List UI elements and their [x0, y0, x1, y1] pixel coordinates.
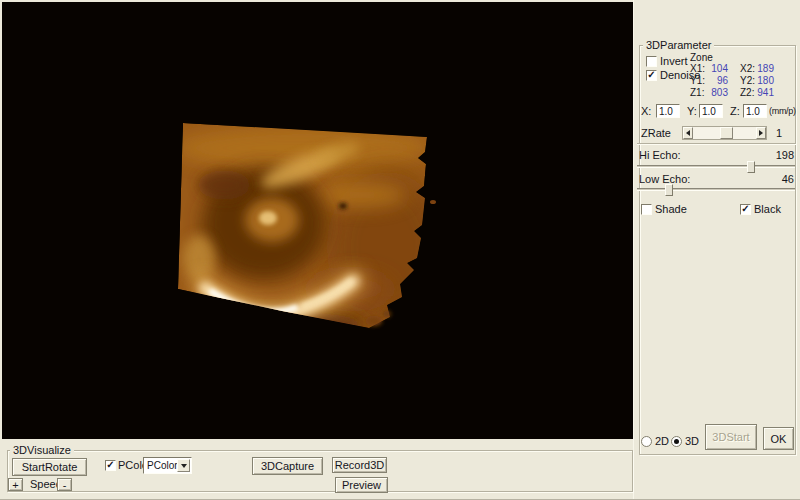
black-label[interactable]: Black	[754, 204, 781, 215]
zone-value: 941	[752, 87, 774, 98]
check-icon: ✓	[647, 70, 656, 79]
x-scale-input[interactable]	[656, 104, 680, 118]
speed-plus-button[interactable]: +	[8, 478, 23, 491]
visualize-groupbox-title: 3DVisualize	[10, 444, 74, 456]
mode-2d-label[interactable]: 2D	[655, 436, 669, 447]
zrate-scrollbar[interactable]	[682, 126, 767, 140]
hi-echo-slider-track[interactable]	[637, 165, 795, 168]
zone-label: Z1:	[690, 87, 704, 98]
capture-3d-button[interactable]: 3DCapture	[252, 457, 323, 475]
zone-label: X1:	[690, 63, 705, 74]
param-groupbox-title: 3DParameter	[643, 39, 714, 51]
shade-checkbox[interactable]: ✓	[641, 204, 652, 215]
scroll-right-button[interactable]	[756, 127, 766, 139]
zone-value: 803	[706, 87, 728, 98]
ok-button[interactable]: OK	[763, 427, 794, 450]
combo-dropdown-button[interactable]	[177, 459, 190, 472]
zone-value: 104	[706, 63, 728, 74]
low-echo-value: 46	[768, 174, 794, 185]
image-viewport	[2, 2, 633, 439]
zrate-value: 1	[776, 128, 782, 139]
scroll-left-button[interactable]	[683, 127, 693, 139]
zrate-scrollbar-thumb[interactable]	[720, 127, 733, 139]
check-icon: ✓	[741, 204, 750, 213]
hi-echo-slider-thumb[interactable]	[747, 161, 755, 173]
y-scale-label: Y:	[687, 106, 697, 117]
zrate-label: ZRate	[641, 128, 671, 139]
shade-label[interactable]: Shade	[655, 204, 687, 215]
application-window: 3DParameter ✓ Invert ✓ Denoise Zone X1: …	[0, 0, 800, 500]
y-scale-input[interactable]	[699, 104, 723, 118]
z-scale-input[interactable]	[743, 104, 767, 118]
invert-checkbox[interactable]: ✓	[646, 56, 657, 67]
pcolor-combobox[interactable]: PColor	[143, 457, 192, 474]
zone-value: 96	[706, 75, 728, 86]
mode-2d-radio[interactable]	[641, 436, 652, 447]
zone-label: Y1:	[690, 75, 705, 86]
speed-minus-button[interactable]: -	[57, 478, 72, 491]
low-echo-slider-thumb[interactable]	[665, 184, 673, 196]
arrow-right-icon	[759, 130, 766, 136]
low-echo-slider-track[interactable]	[637, 188, 795, 191]
zone-value: 180	[752, 75, 774, 86]
start-rotate-button[interactable]: StartRotate	[12, 458, 87, 476]
invert-label[interactable]: Invert	[660, 56, 688, 67]
zone-title: Zone	[690, 52, 713, 63]
denoise-checkbox[interactable]: ✓	[646, 70, 657, 81]
ultrasound-volume-image	[2, 2, 633, 439]
record-3d-button[interactable]: Record3D	[332, 457, 387, 473]
mode-3d-radio[interactable]	[671, 436, 682, 447]
mode-3d-label[interactable]: 3D	[685, 436, 699, 447]
pcolor-checkbox[interactable]: ✓	[105, 460, 116, 471]
check-icon: ✓	[106, 460, 115, 469]
pcolor-combo-value: PColor	[147, 460, 178, 471]
x-scale-label: X:	[641, 106, 651, 117]
scale-unit-label: (mm/p)	[769, 106, 796, 117]
start-3d-button[interactable]: 3DStart	[705, 424, 757, 450]
hi-echo-label: Hi Echo:	[639, 150, 681, 161]
chevron-down-icon	[181, 464, 187, 471]
arrow-left-icon	[683, 130, 690, 136]
black-checkbox[interactable]: ✓	[740, 204, 751, 215]
hi-echo-value: 198	[768, 150, 794, 161]
preview-button[interactable]: Preview	[335, 477, 388, 493]
param-separator	[637, 143, 796, 145]
zone-value: 189	[752, 63, 774, 74]
z-scale-label: Z:	[730, 106, 740, 117]
